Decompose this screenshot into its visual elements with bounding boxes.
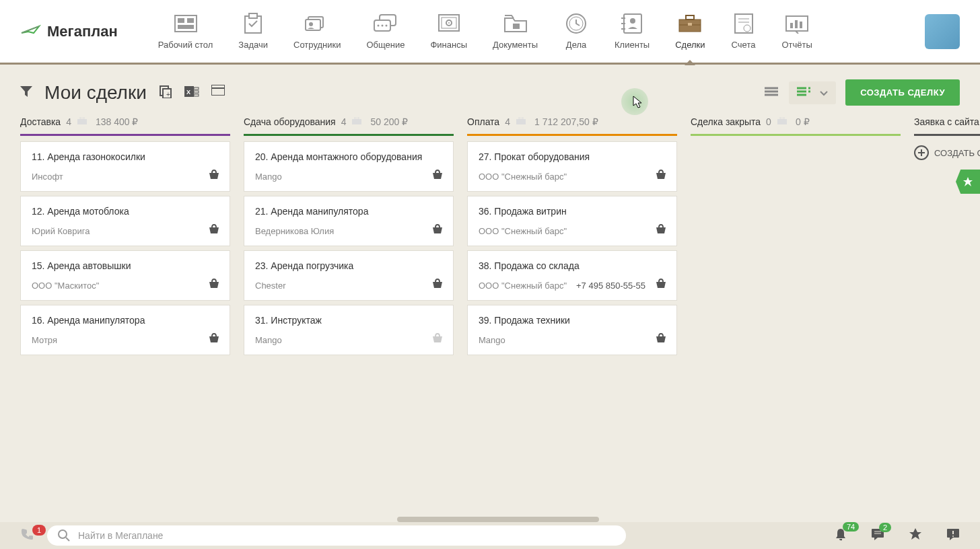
column-header[interactable]: Оплата 4 1 712 207,50 ₽ [467, 116, 677, 136]
deal-card[interactable]: 23. Аренда погрузчикаChester [244, 250, 454, 301]
svg-point-13 [385, 25, 387, 27]
deal-card[interactable]: 31. ИнструктажMango [244, 305, 454, 355]
basket-icon[interactable] [655, 224, 667, 237]
card-client: Mango [479, 335, 666, 345]
column-header[interactable]: Сделка закрыта 0 0 ₽ [691, 116, 901, 136]
copy-icon[interactable]: + [159, 85, 172, 101]
basket-icon[interactable] [431, 279, 444, 292]
nav-reports[interactable]: Отчёты [782, 13, 812, 50]
svg-point-17 [448, 22, 450, 24]
basket-icon[interactable] [208, 170, 220, 183]
search-bar[interactable] [47, 525, 626, 546]
column-payment: Оплата 4 1 712 207,50 ₽ 27. Прокат обору… [467, 116, 677, 355]
nav-desktop[interactable]: Рабочий стол [158, 13, 213, 50]
svg-point-8 [309, 22, 313, 26]
messages-icon[interactable]: 2 [871, 528, 884, 543]
bottom-bar: 1 74 2 [0, 522, 980, 549]
briefcase-small-icon [777, 116, 788, 127]
excel-icon[interactable]: X [184, 85, 199, 101]
deal-card[interactable]: 21. Аренда манипулятораВедерникова Юлия [244, 196, 454, 246]
card-title: 11. Аренда газонокосилки [32, 151, 219, 162]
svg-point-12 [381, 25, 383, 27]
basket-icon[interactable] [208, 333, 220, 346]
plus-circle-icon [914, 145, 929, 160]
deal-card[interactable]: 16. Аренда манипулятораМотря [20, 305, 230, 355]
column-header[interactable]: Сдача оборудования 4 50 200 ₽ [244, 116, 454, 136]
card-title: 23. Аренда погрузчика [255, 260, 442, 271]
header: Мегаплан Рабочий стол Задачи Сотрудники … [0, 0, 980, 65]
column-header[interactable]: Заявка с сайта [914, 116, 980, 136]
nav-documents[interactable]: Документы [493, 13, 538, 50]
deal-card[interactable]: 11. Аренда газонокосилкиИнсофт [20, 141, 230, 192]
horizontal-scrollbar[interactable] [397, 517, 599, 522]
basket-icon[interactable] [655, 279, 667, 292]
toolbar: Мои сделки + X СОЗДАТЬ СДЕЛКУ [0, 65, 980, 116]
contacts-icon [619, 13, 645, 34]
star-icon [963, 176, 973, 187]
nav-deals[interactable]: Сделки [675, 13, 705, 50]
view-list-icon[interactable] [763, 85, 779, 100]
deal-card[interactable]: 39. Продажа техникиMango [467, 305, 677, 355]
card-phone: +7 495 850-55-55 [576, 281, 645, 291]
filter-icon[interactable] [20, 86, 32, 100]
svg-rect-1 [178, 18, 184, 23]
view-kanban-icon[interactable] [796, 85, 812, 100]
deal-card[interactable]: 15. Аренда автовышкиООО "Маскитос" [20, 250, 230, 301]
logo[interactable]: Мегаплан [20, 23, 118, 40]
nav-employees[interactable]: Сотрудники [293, 13, 341, 50]
basket-icon[interactable] [655, 333, 667, 346]
svg-rect-46 [194, 94, 199, 96]
basket-icon[interactable] [208, 224, 220, 237]
nav-finance[interactable]: Финансы [430, 13, 467, 50]
nav-tasks[interactable]: Задачи [238, 13, 268, 50]
svg-rect-59 [352, 119, 361, 124]
basket-icon[interactable] [431, 224, 444, 237]
card-title: 38. Продажа со склада [479, 260, 666, 271]
card-client: Mango [255, 172, 442, 182]
search-input[interactable] [78, 530, 615, 541]
card-client: ООО "Снежный барс" [479, 226, 666, 236]
basket-icon[interactable] [208, 279, 220, 292]
deal-card[interactable]: 36. Продажа витринООО "Снежный барс" [467, 196, 677, 246]
create-card-button[interactable]: СОЗДАТЬ С [914, 145, 980, 160]
nav-clients[interactable]: Клиенты [615, 13, 650, 50]
chevron-down-icon[interactable] [818, 85, 829, 100]
deal-card[interactable]: 20. Аренда монтажного оборудованияMango [244, 141, 454, 192]
logo-text: Мегаплан [47, 23, 118, 40]
clock-icon [563, 13, 589, 34]
svg-point-11 [377, 25, 379, 27]
notifications-icon[interactable]: 74 [835, 527, 847, 544]
basket-icon[interactable] [431, 170, 444, 183]
deal-card[interactable]: 12. Аренда мотоблокаЮрий Коврига [20, 196, 230, 246]
svg-text:+: + [166, 91, 170, 98]
column-handover: Сдача оборудования 4 50 200 ₽ 20. Аренда… [244, 116, 454, 355]
basket-icon[interactable] [431, 333, 444, 346]
svg-rect-47 [211, 85, 225, 96]
nav-affairs[interactable]: Дела [563, 13, 589, 50]
nav-invoices[interactable]: Счета [731, 13, 757, 50]
briefcase-icon [677, 13, 703, 34]
phone-badge: 1 [32, 525, 46, 536]
create-deal-button[interactable]: СОЗДАТЬ СДЕЛКУ [845, 79, 960, 106]
phone-icon[interactable]: 1 [20, 527, 34, 544]
favorites-icon[interactable] [909, 527, 922, 544]
card-icon[interactable] [211, 85, 225, 101]
svg-point-33 [744, 25, 750, 32]
deal-card[interactable]: 27. Прокат оборудованияООО "Снежный барс… [467, 141, 677, 192]
nav-communication[interactable]: Общение [366, 13, 405, 50]
svg-rect-60 [355, 117, 359, 119]
basket-icon[interactable] [655, 170, 667, 183]
svg-rect-62 [519, 117, 523, 119]
deal-card[interactable]: 38. Продажа со складаООО "Снежный барс"+… [467, 250, 677, 301]
card-client: Ведерникова Юлия [255, 226, 442, 236]
svg-text:X: X [186, 89, 190, 96]
svg-rect-64 [780, 117, 784, 119]
svg-point-25 [630, 18, 635, 24]
card-title: 36. Продажа витрин [479, 206, 666, 217]
alert-icon[interactable] [946, 528, 960, 543]
user-avatar[interactable] [925, 14, 960, 49]
column-header[interactable]: Доставка 4 138 400 ₽ [20, 116, 230, 136]
favorites-tab[interactable] [956, 170, 980, 194]
svg-line-69 [66, 538, 69, 541]
employees-icon [304, 13, 330, 34]
